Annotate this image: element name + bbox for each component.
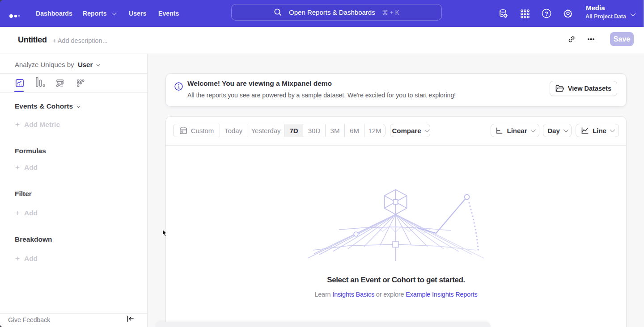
svg-text:?: ? bbox=[545, 11, 548, 17]
